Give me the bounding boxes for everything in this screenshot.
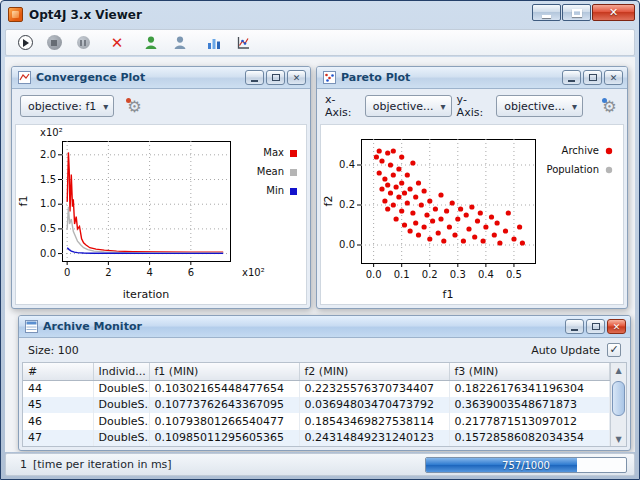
svg-text:1.5: 1.5 [40,174,56,185]
svg-text:x10²: x10² [242,267,265,278]
column-header[interactable]: f2 (MIN) [299,363,449,380]
table-row[interactable]: 45DoubleS...0.107737626433670950.0369480… [23,397,610,414]
column-header[interactable]: Individ... [93,363,149,380]
column-header[interactable]: f3 (MIN) [449,363,610,380]
terminate-group [108,34,126,52]
svg-text:f2: f2 [322,196,335,207]
svg-text:6: 6 [188,267,194,278]
maximize-button[interactable] [562,4,591,21]
table-cell: 0.18226176341196304 [449,380,610,397]
terminate-button[interactable] [108,34,126,52]
svg-text:0.1: 0.1 [394,269,410,280]
statusbar: 1 [time per iteration in ms] 757/1000 [5,453,635,476]
objective-select-value: objective: f1 [28,100,96,113]
table-cell: DoubleS... [93,430,149,447]
table-cell: 0.2177871513097012 [449,413,610,430]
bar-chart-icon [206,35,222,51]
svg-text:0.2: 0.2 [339,199,355,210]
pause-button[interactable] [74,34,92,52]
window-titlebar[interactable]: Opt4J 3.x Viewer [5,1,635,28]
app-window: Opt4J 3.x Viewer [0,0,640,480]
run-button[interactable] [16,34,34,52]
table-cell: 0.15728586082034354 [449,430,610,447]
convergence-controls: objective: f1 [12,89,310,123]
convergence-chart-panel: 02460.00.51.01.52.0MaxMeanMinf1iteration… [15,124,307,305]
svg-text:Max: Max [263,147,284,158]
svg-text:0.4: 0.4 [478,269,494,280]
pareto-close-button[interactable] [604,70,623,85]
close-icon [609,6,618,19]
table-cell: DoubleS... [93,380,149,397]
archive-monitor-frame: Archive Monitor Size: 100 Auto Update [18,315,631,451]
progress-bar: 757/1000 [425,457,627,473]
pareto-settings-button[interactable] [600,96,619,116]
person-green-icon [143,35,159,51]
auto-update-checkbox[interactable] [607,343,621,357]
pareto-chart-panel: 0.00.10.20.30.40.50.00.20.4ArchivePopula… [320,124,624,305]
archive-titlebar[interactable]: Archive Monitor [19,316,630,338]
table-cell: 0.10302165448477654 [149,380,299,397]
iteration-time-value: 1 [20,458,27,471]
add-individual-button[interactable] [142,34,160,52]
convergence-frame-icon [18,71,31,84]
table-row[interactable]: 47DoubleS...0.109850112956053650.2431484… [23,430,610,447]
pareto-minimize-button[interactable] [562,70,581,85]
archive-table-body: 44DoubleS...0.103021654484776540.2232557… [23,380,610,446]
svg-text:0.0: 0.0 [40,248,56,259]
y-axis-label: y-Axis: [457,93,492,119]
window-title: Opt4J 3.x Viewer [29,8,142,22]
table-cell: 46 [23,413,93,430]
archive-minimize-button[interactable] [565,319,584,334]
column-header[interactable]: # [23,363,93,380]
pareto-chart: 0.00.10.20.30.40.50.00.20.4ArchivePopula… [321,125,623,303]
convergence-maximize-button[interactable] [266,70,285,85]
objective-select[interactable]: objective: f1 [20,95,114,117]
close-button[interactable] [592,4,635,21]
table-cell: 0.10985011295605365 [149,430,299,447]
column-header[interactable]: f1 (MIN) [149,363,299,380]
run-icon [18,35,33,50]
scrollbar-thumb[interactable] [612,381,625,416]
pareto-maximize-button[interactable] [583,70,602,85]
mdi-desktop: Convergence Plot objective: f1 02460.00.… [5,57,635,452]
minimize-icon [542,15,551,18]
table-row[interactable]: 46DoubleS...0.107938012665404770.1854346… [23,413,610,430]
minimize-button[interactable] [532,4,561,21]
x-axis-select-value: objective... [373,100,434,113]
bar-chart-button[interactable] [205,34,223,52]
table-cell: 0.10773762643367095 [149,397,299,414]
convergence-settings-button[interactable] [124,96,144,116]
scroll-up-icon[interactable] [611,363,626,377]
table-scrollbar[interactable] [610,363,626,446]
convergence-close-button[interactable] [287,70,306,85]
pareto-frame-title: Pareto Plot [341,71,410,84]
svg-text:f1: f1 [17,196,30,207]
app-icon [8,7,23,22]
minimize-icon [568,80,575,82]
convergence-titlebar[interactable]: Convergence Plot [12,67,310,89]
svg-text:Archive: Archive [562,145,599,156]
table-row[interactable]: 44DoubleS...0.103021654484776540.2232557… [23,380,610,397]
table-cell: 0.10793801266540477 [149,413,299,430]
archive-close-button[interactable] [607,319,626,334]
convergence-plot-frame: Convergence Plot objective: f1 02460.00.… [11,66,311,309]
archive-maximize-button[interactable] [586,319,605,334]
population-button[interactable] [171,34,189,52]
pareto-controls: x-Axis: objective... y-Axis: objective..… [317,89,627,123]
person-blue-icon [172,35,188,51]
maximize-icon [572,9,582,17]
x-axis-select[interactable]: objective... [365,95,452,117]
convergence-minimize-button[interactable] [245,70,264,85]
window-controls [532,1,635,21]
svg-text:0.0: 0.0 [366,269,382,280]
table-cell: 44 [23,380,93,397]
stop-icon [47,35,62,50]
svg-text:0.5: 0.5 [506,269,522,280]
minimize-icon [251,80,258,82]
pareto-titlebar[interactable]: Pareto Plot [317,67,627,89]
scroll-down-icon[interactable] [611,432,626,446]
convergence-chart: 02460.00.51.01.52.0MaxMeanMinf1iteration… [16,125,308,303]
plot-button[interactable] [234,34,252,52]
stop-button[interactable] [45,34,63,52]
y-axis-select[interactable]: objective... [496,95,583,117]
